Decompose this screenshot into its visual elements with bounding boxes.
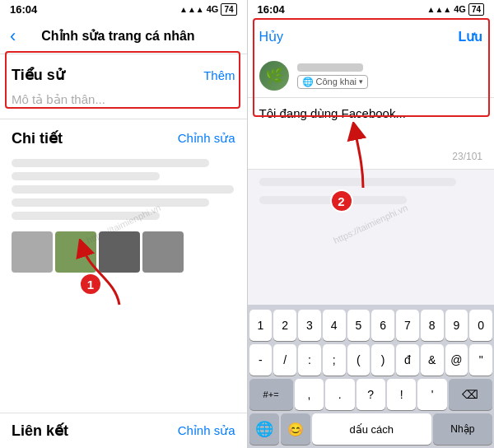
kb-openparen[interactable]: ( xyxy=(347,344,370,376)
bio-input-text: Tôi đang dùng Facebook... xyxy=(259,106,406,120)
kb-key-0[interactable]: 0 xyxy=(469,310,492,341)
right-nav-bar: Hủy Lưu xyxy=(248,18,495,54)
keyboard[interactable]: 1 2 3 4 5 6 7 8 9 0 - / : ; ( ) đ & @ " … xyxy=(248,305,495,448)
kb-key-4[interactable]: 4 xyxy=(323,310,346,341)
kb-period[interactable]: . xyxy=(325,379,354,410)
kb-colon[interactable]: : xyxy=(298,344,321,376)
left-status-icons: ▲▲▲ 4G 74 xyxy=(179,3,237,16)
blur-detail-3 xyxy=(12,185,234,194)
kb-closeparen[interactable]: ) xyxy=(371,344,394,376)
kb-key-8[interactable]: 8 xyxy=(421,310,444,341)
blur-detail-2 xyxy=(12,172,160,180)
kb-semicolon[interactable]: ; xyxy=(323,344,346,376)
left-time: 16:04 xyxy=(10,3,37,16)
kb-key-7[interactable]: 7 xyxy=(396,310,419,341)
bio-section-header: Tiểu sử Thêm xyxy=(0,54,247,89)
kb-enter-key[interactable]: Nhập xyxy=(433,413,492,445)
photo-thumb-1 xyxy=(12,231,53,273)
detail-edit-button[interactable]: Chỉnh sửa xyxy=(178,131,235,146)
link-section: Liên kết Chỉnh sửa xyxy=(0,413,247,448)
blur-detail-4 xyxy=(12,198,209,207)
right-network-type: 4G xyxy=(454,4,466,14)
kb-emoji-key[interactable]: 😊 xyxy=(281,413,310,445)
profile-name-blur xyxy=(297,63,363,72)
kb-exclaim[interactable]: ! xyxy=(387,379,416,410)
kb-key-5[interactable]: 5 xyxy=(347,310,370,341)
bio-section-title: Tiểu sử xyxy=(12,66,64,84)
kb-key-9[interactable]: 9 xyxy=(445,310,468,341)
right-status-icons: ▲▲▲ 4G 74 xyxy=(426,3,484,16)
kb-slash[interactable]: / xyxy=(273,344,296,376)
kb-ampersand[interactable]: & xyxy=(421,344,444,376)
kb-bottom-row: 🌐 😊 dấu cách Nhập xyxy=(248,412,495,448)
signal-icon: ▲▲▲ xyxy=(179,5,204,14)
kb-d-stroke[interactable]: đ xyxy=(396,344,419,376)
left-panel: 16:04 ▲▲▲ 4G 74 ‹ Chỉnh sửa trang cá nhâ… xyxy=(0,0,247,448)
kb-quote[interactable]: " xyxy=(469,344,492,376)
kb-key-6[interactable]: 6 xyxy=(371,310,394,341)
profile-info: 🌐 Công khai ▾ xyxy=(297,63,369,89)
right-signal-icon: ▲▲▲ xyxy=(426,5,451,14)
kb-comma[interactable]: , xyxy=(295,379,324,410)
arrow-1 xyxy=(74,239,140,316)
left-nav-bar: ‹ Chỉnh sửa trang cá nhân xyxy=(0,18,247,54)
right-time: 16:04 xyxy=(258,3,285,16)
bio-add-button[interactable]: Thêm xyxy=(203,68,235,82)
globe-small-icon: 🌐 xyxy=(302,77,314,87)
battery-icon: 74 xyxy=(221,3,236,16)
blur-detail-1 xyxy=(12,159,209,167)
profile-row: 🌿 🌐 Công khai ▾ xyxy=(248,54,495,98)
left-status-bar: 16:04 ▲▲▲ 4G 74 xyxy=(0,0,247,18)
detail-section-header: Chi tiết Chỉnh sửa xyxy=(0,119,247,154)
avatar: 🌿 xyxy=(259,61,289,91)
blur-detail-5 xyxy=(12,212,160,220)
kb-delete-key[interactable]: ⌫ xyxy=(449,379,492,410)
chevron-left-icon: ‹ xyxy=(10,26,16,47)
kb-space-key[interactable]: dấu cách xyxy=(312,413,431,445)
kb-apostrophe[interactable]: ' xyxy=(417,379,446,410)
link-edit-button[interactable]: Chỉnh sửa xyxy=(178,423,235,438)
cancel-button[interactable]: Hủy xyxy=(259,29,284,44)
kb-more-symbols[interactable]: #+= xyxy=(249,379,293,410)
arrow-2 xyxy=(330,122,396,199)
network-type: 4G xyxy=(207,4,219,14)
link-section-title: Liên kết xyxy=(12,422,68,440)
public-label: Công khai xyxy=(316,77,357,86)
kb-third-row: #+= , . ? ! ' ⌫ xyxy=(248,377,495,412)
save-button[interactable]: Lưu xyxy=(458,29,482,44)
right-panel: 16:04 ▲▲▲ 4G 74 Hủy Lưu 🌿 🌐 Công khai ▾ … xyxy=(248,0,495,448)
chevron-down-icon: ▾ xyxy=(359,77,363,86)
right-battery-icon: 74 xyxy=(468,3,484,16)
kb-at[interactable]: @ xyxy=(445,344,468,376)
kb-dash[interactable]: - xyxy=(249,344,273,376)
kb-number-row: 1 2 3 4 5 6 7 8 9 0 xyxy=(248,305,495,343)
public-badge[interactable]: 🌐 Công khai ▾ xyxy=(297,75,369,89)
kb-symbol-row: - / : ; ( ) đ & @ " xyxy=(248,343,495,377)
kb-question[interactable]: ? xyxy=(357,379,385,410)
kb-key-1[interactable]: 1 xyxy=(249,310,273,341)
page-title: Chỉnh sửa trang cá nhân xyxy=(16,28,220,44)
kb-key-3[interactable]: 3 xyxy=(298,310,321,341)
detail-section-title: Chi tiết xyxy=(12,129,63,147)
right-status-bar: 16:04 ▲▲▲ 4G 74 xyxy=(248,0,495,18)
back-button[interactable]: ‹ xyxy=(10,26,16,47)
photo-thumb-4 xyxy=(142,231,184,273)
bio-placeholder[interactable]: Mô tả bản thân... xyxy=(0,89,247,119)
kb-globe-key[interactable]: 🌐 xyxy=(249,413,279,445)
kb-key-2[interactable]: 2 xyxy=(273,310,296,341)
